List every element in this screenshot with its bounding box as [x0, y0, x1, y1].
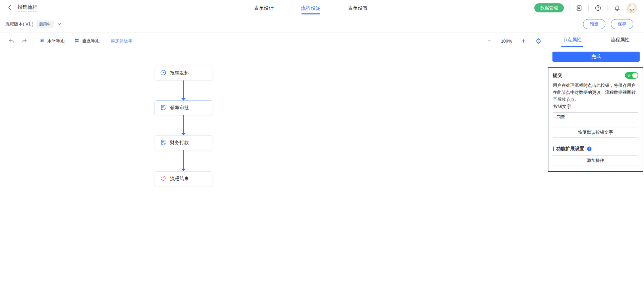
top-header: 报销流程 表单设计 流程设定 表单设置 数据管理 — [0, 0, 644, 16]
back-button[interactable] — [7, 4, 13, 12]
toggle-knob — [632, 73, 638, 78]
header-right-actions: 数据管理 — [534, 3, 637, 13]
arrow-down-icon — [181, 98, 186, 101]
header-tabs: 表单设计 流程设定 表单设置 — [240, 0, 381, 16]
locate-icon[interactable] — [534, 37, 542, 45]
vertical-space-label: 垂直等距 — [82, 38, 100, 44]
save-button[interactable]: 保存 — [611, 19, 633, 29]
divider — [569, 5, 570, 11]
flow-connector — [183, 115, 184, 133]
add-action-button[interactable]: 添加操作 — [553, 155, 638, 166]
data-manage-button[interactable]: 数据管理 — [534, 3, 564, 12]
divider — [607, 5, 608, 11]
divider — [105, 38, 105, 44]
node-label: 领导审批 — [170, 105, 189, 111]
approval-doc-icon — [160, 104, 166, 112]
arrow-down-icon — [181, 169, 186, 171]
contacts-icon[interactable] — [575, 4, 583, 12]
flow-node-end[interactable]: 流程结束 — [155, 171, 212, 186]
page-title[interactable]: 报销流程 — [17, 4, 38, 12]
question-circle-icon[interactable] — [587, 146, 592, 152]
redo-icon[interactable] — [20, 37, 28, 45]
divider — [34, 38, 34, 44]
zoom-level: 100% — [500, 39, 513, 44]
flow-node-start[interactable]: 报销发起 — [155, 66, 212, 80]
tab-flow-setting[interactable]: 流程设定 — [301, 0, 321, 16]
divider — [548, 65, 644, 65]
avatar[interactable] — [627, 3, 637, 13]
flow-canvas[interactable]: 水平等距 垂直等距 添加新版本 − 100% — [0, 33, 548, 295]
button-text-input[interactable] — [553, 112, 638, 122]
help-icon[interactable] — [594, 4, 602, 12]
version-label: 流程版本( V1 ) — [5, 21, 34, 27]
tab-form-design[interactable]: 表单设计 — [254, 0, 274, 16]
divider — [588, 5, 589, 11]
main-area: 水平等距 垂直等距 添加新版本 − 100% — [0, 33, 644, 295]
tab-node-properties[interactable]: 节点属性 — [548, 33, 596, 47]
submit-description: 用户在处理流程时点击此按钮，将保存用户在此节点中对数据的更改，流程数据视图转至后… — [553, 82, 638, 103]
version-bar: 流程版本( V1 ) 启用中 预览 保存 — [0, 16, 644, 33]
horizontal-space-icon — [39, 38, 45, 44]
chevron-down-icon[interactable] — [57, 22, 62, 26]
section-accent-bar — [553, 146, 554, 151]
tab-flow-properties[interactable]: 流程属性 — [596, 33, 644, 47]
status-badge: 启用中 — [36, 20, 54, 28]
flow-node-finance[interactable]: 财务打款 — [155, 135, 212, 150]
extension-section-header: 功能扩展设置 — [553, 146, 638, 152]
preview-button[interactable]: 预览 — [583, 19, 605, 29]
play-circle-icon — [160, 69, 166, 77]
bell-icon[interactable] — [613, 4, 621, 12]
panel-tabs: 节点属性 流程属性 — [548, 33, 644, 47]
horizontal-space-button[interactable]: 水平等距 — [39, 38, 65, 44]
node-label: 报销发起 — [170, 70, 189, 76]
canvas-toolbar: 水平等距 垂直等距 添加新版本 − 100% — [0, 35, 548, 47]
zoom-out-icon[interactable]: − — [485, 37, 493, 45]
undo-icon[interactable] — [7, 37, 15, 45]
flow-designer-app: 报销流程 表单设计 流程设定 表单设置 数据管理 — [0, 0, 644, 295]
power-off-icon — [160, 175, 166, 183]
button-text-label: 按钮文字 — [553, 104, 638, 110]
submit-toggle[interactable]: 开 — [625, 72, 638, 79]
extension-section-title: 功能扩展设置 — [556, 146, 584, 152]
approval-doc-icon — [160, 139, 166, 147]
flow-connector — [183, 150, 184, 169]
vertical-space-icon — [74, 38, 79, 44]
zoom-in-icon[interactable]: + — [520, 37, 528, 45]
arrow-down-icon — [181, 133, 186, 135]
properties-panel: 节点属性 流程属性 完成 提交 开 用户在处理流程时点击此按钮，将保存用户在此节… — [548, 33, 644, 295]
submit-section-title: 提交 — [553, 72, 562, 78]
add-version-button[interactable]: 添加新版本 — [111, 38, 132, 44]
restore-default-button[interactable]: 恢复默认按钮文字 — [553, 127, 638, 138]
chevron-left-icon — [7, 4, 13, 12]
tab-form-setting[interactable]: 表单设置 — [347, 0, 368, 16]
flow-node-approval[interactable]: 领导审批 — [155, 101, 212, 115]
node-label: 流程结束 — [170, 176, 189, 182]
version-actions: 预览 保存 — [583, 19, 639, 29]
toggle-state-label: 开 — [628, 73, 631, 78]
complete-button[interactable]: 完成 — [552, 52, 640, 62]
node-config-box: 提交 开 用户在处理流程时点击此按钮，将保存用户在此节点中对数据的更改，流程数据… — [548, 67, 643, 172]
horizontal-space-label: 水平等距 — [47, 38, 65, 44]
node-label: 财务打款 — [170, 140, 189, 146]
flow-connector — [183, 80, 184, 98]
vertical-space-button[interactable]: 垂直等距 — [74, 38, 100, 44]
